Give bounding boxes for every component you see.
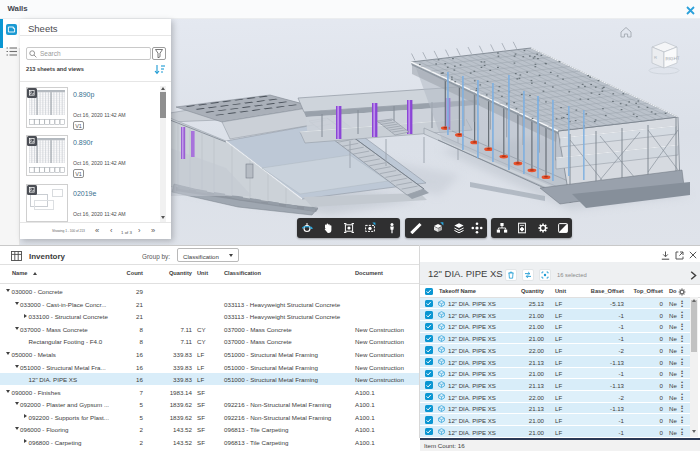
svg-text:RIGHT: RIGHT bbox=[665, 55, 680, 61]
svg-text:R: R bbox=[654, 55, 657, 60]
